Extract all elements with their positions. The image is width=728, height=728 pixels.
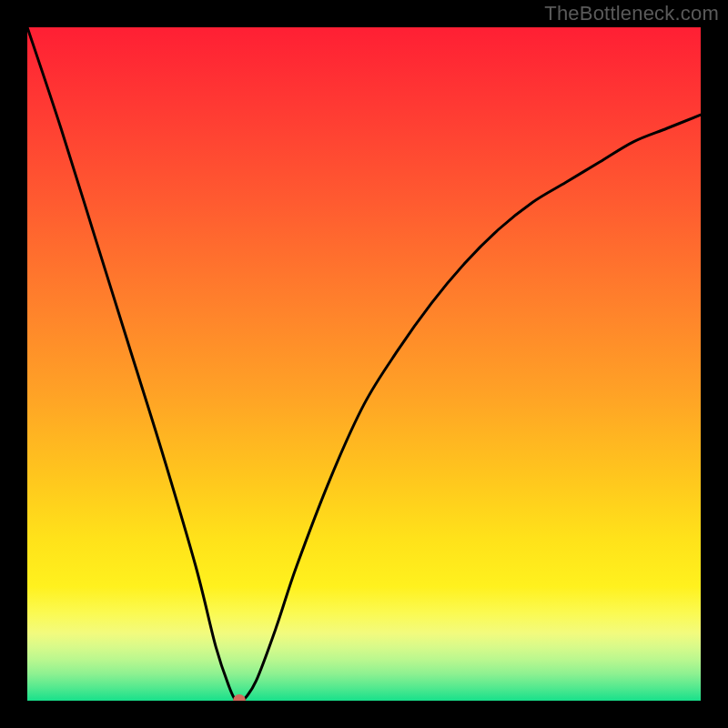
plot-area bbox=[27, 27, 701, 701]
bottleneck-curve bbox=[27, 27, 701, 701]
minimum-marker-dot bbox=[233, 694, 246, 701]
chart-frame: TheBottleneck.com bbox=[0, 0, 728, 728]
watermark-text: TheBottleneck.com bbox=[544, 2, 719, 25]
curve-path bbox=[27, 27, 701, 701]
